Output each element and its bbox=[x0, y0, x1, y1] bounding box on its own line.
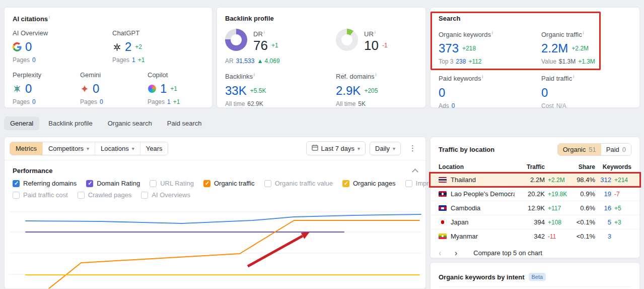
performance-chart-card: Metrics Competitors▾ Locations▾ Years La… bbox=[4, 137, 426, 289]
traffic-by-location-card: Traffic by location Organic51 Paid0 Loca… bbox=[430, 137, 640, 258]
pages-count-link[interactable]: 1 bbox=[132, 56, 135, 64]
performance-title: Performance bbox=[13, 167, 52, 175]
organic-toggle-button[interactable]: Organic51 bbox=[558, 144, 601, 155]
info-icon: i bbox=[264, 30, 265, 35]
info-icon: i bbox=[49, 15, 50, 20]
keywords-count-link[interactable]: 3 bbox=[595, 233, 611, 240]
keywords-count-link[interactable]: 5 bbox=[595, 218, 611, 226]
metric-ai-overview: AI Overview 0 Pages0 bbox=[13, 29, 112, 64]
metric-ref-domains: Ref. domainsi 2.9K+205 All time5K bbox=[336, 71, 378, 107]
collapse-chevron-icon[interactable] bbox=[412, 168, 418, 175]
google-icon bbox=[13, 42, 22, 51]
paid-traffic-count: 0 bbox=[541, 86, 548, 100]
metrics-button[interactable]: Metrics bbox=[10, 142, 42, 155]
ref-domains-count-link[interactable]: 2.9K bbox=[336, 84, 361, 98]
perplexity-count: 0 bbox=[25, 82, 32, 96]
metric-paid-keywords: Paid keywordsi 0 Ads0 bbox=[439, 73, 541, 109]
competitors-dropdown[interactable]: Competitors▾ bbox=[42, 142, 95, 155]
copilot-count: 1 bbox=[160, 82, 167, 96]
checkbox-organic-traffic[interactable]: Organic traffic bbox=[203, 180, 255, 187]
location-table-footer: ‹ › Compare top 5 on chart bbox=[431, 244, 639, 262]
previous-page-icon[interactable]: ‹ bbox=[439, 250, 442, 257]
cambodia-flag-icon bbox=[439, 205, 447, 211]
granularity-dropdown[interactable]: Daily▾ bbox=[370, 142, 401, 155]
years-button[interactable]: Years bbox=[140, 142, 168, 155]
compare-top5-link[interactable]: Compare top 5 on chart bbox=[473, 249, 542, 257]
checkbox-icon bbox=[203, 180, 210, 187]
info-icon: i bbox=[583, 30, 584, 35]
checkbox-organic-traffic-value[interactable]: Organic traffic value bbox=[264, 180, 333, 187]
top3-count-link[interactable]: 238 bbox=[456, 58, 466, 65]
pages-count-link[interactable]: 0 bbox=[100, 98, 103, 105]
ai-citations-card: AI citationsi AI Overview 0 Pages0 ChatG… bbox=[4, 7, 212, 108]
organic-paid-toggle: Organic51 Paid0 bbox=[557, 143, 631, 156]
checkbox-icon bbox=[86, 180, 93, 187]
keywords-count-link[interactable]: 19 bbox=[595, 190, 611, 198]
gemini-count: 0 bbox=[93, 82, 99, 96]
metric-paid-traffic: Paid traffici 0 CostN/A bbox=[541, 73, 574, 109]
ar-value-link[interactable]: 31,533 bbox=[236, 57, 255, 65]
chevron-down-icon: ▾ bbox=[393, 146, 395, 151]
checkbox-icon bbox=[13, 180, 20, 187]
organic-traffic-count-link[interactable]: 2.2M bbox=[541, 41, 568, 55]
table-row-myanmar[interactable]: Myanmar 342 -11 <0.1% 3 bbox=[431, 229, 639, 244]
metric-copilot: Copilot 1 +1 Pages1+1 bbox=[148, 71, 180, 105]
location-table-header: Location Traffic Share Keywords bbox=[431, 161, 639, 173]
organic-keywords-by-intent-title: Organic keywords by intent bbox=[439, 273, 525, 281]
checkbox-icon bbox=[150, 180, 157, 187]
paid-keywords-count: 0 bbox=[439, 86, 445, 100]
search-card: Search Organic keywordsi 373+218 Top 323… bbox=[430, 7, 640, 108]
calendar-icon bbox=[312, 144, 318, 152]
table-row-thailand[interactable]: Thailand 2.2M +2.2M 98.4% 312 +214 bbox=[431, 173, 639, 187]
paid-toggle-button[interactable]: Paid0 bbox=[601, 144, 631, 155]
organic-keywords-count-link[interactable]: 373 bbox=[439, 41, 459, 55]
keywords-count-link[interactable]: 312 bbox=[595, 176, 611, 184]
checkbox-icon bbox=[264, 180, 271, 187]
checkbox-icon bbox=[405, 180, 412, 187]
tab-general[interactable]: General bbox=[4, 117, 39, 130]
pages-count-link[interactable]: 0 bbox=[32, 98, 36, 105]
chevron-down-icon: ▾ bbox=[357, 146, 360, 151]
checkbox-url-rating[interactable]: URL Rating bbox=[150, 180, 194, 187]
beta-badge: Beta bbox=[529, 273, 546, 281]
table-row-japan[interactable]: Japan 394 +108 <0.1% 5 +3 bbox=[431, 215, 639, 229]
table-row-laos[interactable]: Lao People's Democratic Reput 20.2K +19.… bbox=[431, 187, 639, 201]
checkbox-domain-rating[interactable]: Domain Rating bbox=[86, 180, 140, 187]
keywords-count-link[interactable]: 16 bbox=[595, 204, 611, 212]
next-page-icon[interactable]: › bbox=[455, 250, 458, 257]
pages-count-link[interactable]: 0 bbox=[32, 56, 36, 64]
ads-count-link[interactable]: 0 bbox=[452, 102, 455, 109]
backlinks-count-link[interactable]: 33K bbox=[225, 84, 247, 98]
ur-donut-chart bbox=[336, 29, 358, 51]
ai-overview-count: 0 bbox=[25, 40, 32, 54]
info-icon: i bbox=[573, 74, 574, 79]
metric-checkbox-row-1: Referring domains Domain Rating URL Rati… bbox=[5, 176, 425, 187]
ai-citations-title: AI citationsi bbox=[13, 15, 204, 23]
performance-line-chart bbox=[5, 196, 425, 288]
laos-flag-icon bbox=[439, 191, 447, 197]
myanmar-flag-icon bbox=[439, 234, 447, 239]
organic-keywords-by-intent-card: Organic keywords by intent Beta bbox=[430, 262, 640, 289]
pages-count-link[interactable]: 1 bbox=[167, 98, 171, 105]
traffic-by-location-title: Traffic by location bbox=[439, 146, 494, 153]
locations-dropdown[interactable]: Locations▾ bbox=[95, 142, 140, 155]
chevron-down-icon: ▾ bbox=[132, 146, 134, 151]
checkbox-referring-domains[interactable]: Referring domains bbox=[13, 180, 77, 187]
more-options-menu-icon[interactable]: ⋮ bbox=[405, 144, 420, 153]
metric-organic-traffic: Organic traffici 2.2M+2.2M Value$1.3M+1.… bbox=[541, 29, 595, 65]
section-tabs: General Backlink profile Organic search … bbox=[4, 117, 208, 130]
metric-domain-rating: DRi 76+1 AR31,533▲ 4,069 bbox=[225, 29, 336, 65]
tab-backlink-profile[interactable]: Backlink profile bbox=[42, 117, 98, 130]
chart-mode-segmented-control: Metrics Competitors▾ Locations▾ Years bbox=[10, 142, 168, 155]
perplexity-icon bbox=[13, 84, 22, 93]
dr-value: 76 bbox=[253, 38, 268, 53]
divider bbox=[439, 286, 631, 287]
tab-paid-search[interactable]: Paid search bbox=[161, 117, 208, 130]
japan-flag-icon bbox=[439, 219, 447, 225]
info-icon: i bbox=[254, 72, 255, 77]
checkbox-organic-pages[interactable]: Organic pages bbox=[342, 180, 396, 187]
tab-organic-search[interactable]: Organic search bbox=[102, 117, 158, 130]
date-range-dropdown[interactable]: Last 7 days▾ bbox=[306, 141, 366, 155]
table-row-cambodia[interactable]: Cambodia 12.9K +117 0.6% 16 +5 bbox=[431, 201, 639, 215]
chevron-down-icon: ▾ bbox=[87, 146, 89, 151]
